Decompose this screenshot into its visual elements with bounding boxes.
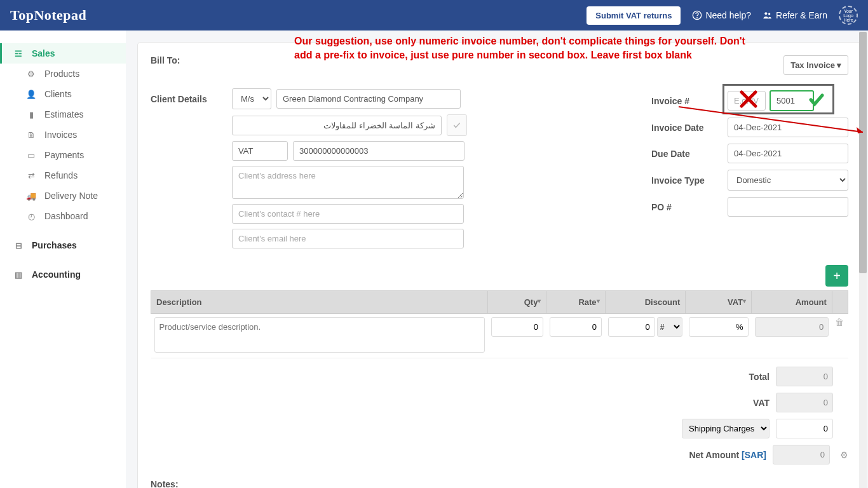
need-help-link[interactable]: Need help?	[692, 10, 751, 20]
invoice-number-label: Invoice #	[651, 96, 728, 106]
sidebar-item-invoices[interactable]: 🗎Invoices	[0, 125, 126, 145]
chevron-down-icon: ▾	[837, 60, 841, 70]
card-icon: ▭	[25, 151, 37, 160]
topbar: TopNotepad Submit VAT returns Need help?…	[0, 0, 868, 30]
total-output	[776, 367, 833, 386]
gear-icon[interactable]: ⚙	[840, 450, 848, 460]
line-amount-output	[755, 317, 829, 337]
sidebar-item-accounting[interactable]: ▥Accounting	[0, 264, 126, 285]
refund-icon: ⇄	[25, 171, 37, 180]
client-email-input[interactable]	[232, 229, 464, 248]
line-discount-type-select[interactable]: #	[657, 317, 682, 337]
client-contact-input[interactable]	[232, 204, 464, 224]
invoice-prefix-input[interactable]	[728, 91, 766, 111]
line-items-table: Description Qty▾ Rate▾ Discount VAT▾ Amo…	[151, 290, 848, 358]
logo-placeholder[interactable]: Your Logo Here	[839, 6, 858, 25]
chevron-down-icon[interactable]: ▾	[597, 297, 600, 304]
col-vat: VAT▾	[686, 291, 752, 314]
invoice-card: Bill To: Client Details M/s	[137, 42, 862, 488]
client-prefix-select[interactable]: M/s	[232, 88, 271, 109]
po-number-label: PO #	[651, 202, 728, 212]
sidebar-item-purchases[interactable]: ⊟Purchases	[0, 235, 126, 255]
check-icon	[452, 121, 461, 130]
sidebar: ☲Sales ⚙Products 👤Clients ▮Estimates 🗎In…	[0, 30, 126, 488]
users-icon	[763, 10, 773, 20]
sidebar-item-refunds[interactable]: ⇄Refunds	[0, 165, 126, 186]
scrollbar-thumb[interactable]	[859, 32, 867, 273]
annotation-text: Our suggestion, use only numeric invoice…	[294, 34, 752, 62]
col-rate: Rate▾	[546, 291, 605, 314]
svg-point-2	[764, 12, 767, 15]
totals-section: Total VAT Shipping Charges Net Amount [S…	[151, 363, 848, 468]
sidebar-item-products[interactable]: ⚙Products	[0, 64, 126, 84]
table-row: # 🗑	[151, 314, 848, 358]
sidebar-item-dashboard[interactable]: ◴Dashboard	[0, 206, 126, 226]
minus-box-icon: ⊟	[13, 241, 24, 250]
invoice-icon: 🗎	[25, 130, 37, 140]
invoice-type-label: Invoice Type	[651, 175, 728, 186]
col-amount: Amount	[752, 291, 832, 314]
total-label: Total	[642, 372, 770, 382]
invoice-type-select[interactable]: Domestic	[728, 170, 848, 191]
delete-line-button[interactable]: 🗑	[835, 317, 844, 327]
chevron-down-icon[interactable]: ▾	[538, 297, 541, 304]
svg-point-3	[768, 13, 770, 15]
po-number-input[interactable]	[728, 197, 848, 217]
help-icon	[692, 10, 702, 20]
sidebar-item-clients[interactable]: 👤Clients	[0, 84, 126, 104]
svg-point-1	[697, 18, 698, 18]
col-discount: Discount	[605, 291, 686, 314]
clients-icon: 👤	[25, 90, 37, 99]
truck-icon: 🚚	[25, 191, 37, 201]
sidebar-item-delivery[interactable]: 🚚Delivery Note	[0, 186, 126, 206]
file-icon: ▮	[25, 110, 37, 119]
chevron-down-icon[interactable]: ▾	[743, 297, 746, 304]
line-vat-input[interactable]	[689, 317, 749, 337]
net-amount-label: Net Amount [SAR]	[639, 450, 766, 460]
add-line-button[interactable]: +	[825, 265, 848, 287]
chart-icon: ▥	[13, 270, 24, 280]
net-amount-output	[773, 445, 830, 464]
line-discount-input[interactable]	[608, 317, 655, 337]
confirm-client-button[interactable]	[447, 114, 467, 136]
total-vat-label: VAT	[642, 398, 770, 408]
dashboard-icon: ◴	[25, 212, 37, 221]
sidebar-item-estimates[interactable]: ▮Estimates	[0, 104, 126, 125]
refer-earn-link[interactable]: Refer & Earn	[763, 10, 827, 20]
tax-invoice-toggle[interactable]: Tax Invoice▾	[783, 55, 848, 75]
line-qty-input[interactable]	[491, 317, 543, 337]
invoice-date-label: Invoice Date	[651, 123, 728, 133]
submit-vat-button[interactable]: Submit VAT returns	[587, 6, 681, 25]
sidebar-item-sales[interactable]: ☲Sales	[0, 43, 126, 64]
client-name-arabic-input[interactable]	[232, 116, 442, 135]
due-date-label: Due Date	[651, 149, 728, 159]
line-description-input[interactable]	[154, 317, 485, 353]
client-name-input[interactable]	[276, 89, 461, 109]
main-content: Our suggestion, use only numeric invoice…	[126, 30, 868, 488]
client-details-label: Client Details	[151, 94, 227, 104]
sidebar-item-payments[interactable]: ▭Payments	[0, 145, 126, 165]
line-rate-input[interactable]	[550, 317, 602, 337]
invoice-number-input[interactable]	[770, 90, 814, 111]
currency-link[interactable]: [SAR]	[742, 450, 766, 460]
notes-label: Notes:	[151, 479, 848, 488]
total-vat-output	[776, 393, 833, 412]
col-description: Description	[151, 291, 488, 314]
invoice-date-input[interactable]	[728, 118, 848, 137]
products-icon: ⚙	[25, 69, 37, 79]
client-address-input[interactable]	[232, 166, 464, 199]
vat-number-input[interactable]	[293, 141, 465, 161]
col-qty: Qty▾	[488, 291, 546, 314]
app-logo: TopNotepad	[10, 7, 86, 24]
scrollbar[interactable]	[859, 32, 867, 488]
shipping-input[interactable]	[776, 419, 833, 438]
due-date-input[interactable]	[728, 144, 848, 163]
tax-type-input[interactable]	[232, 141, 288, 161]
shipping-charges-select[interactable]: Shipping Charges	[682, 419, 770, 438]
layers-icon: ☲	[13, 49, 24, 58]
